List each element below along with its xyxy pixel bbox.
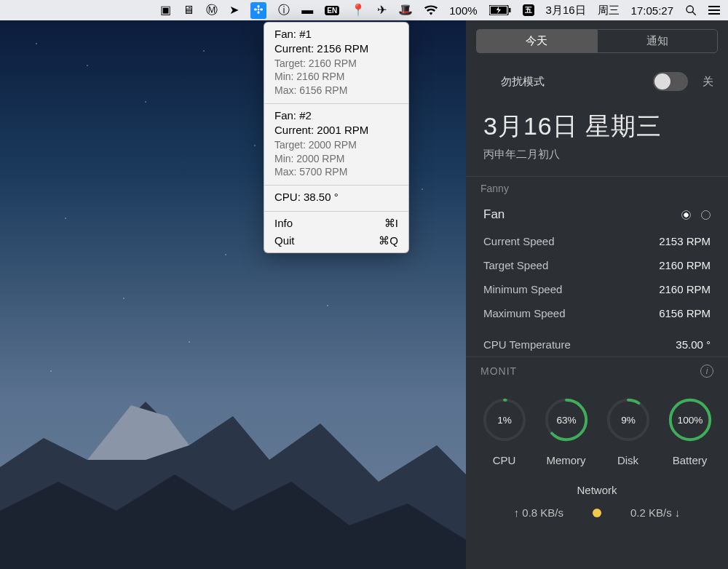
fan-radio-1[interactable] [681,210,691,220]
notification-center: 今天 通知 勿扰模式 关 3月16日 星期三 丙申年二月初八 Fanny Fan… [466,20,728,569]
menubar-notification-center-icon[interactable] [706,0,722,20]
stat-current-value: 2153 RPM [659,235,711,247]
svg-line-5 [692,12,696,15]
svg-point-4 [687,6,693,12]
stat-target: Target Speed 2160 RPM [466,253,728,277]
fanny-widget-title: Fanny [466,176,728,200]
menubar-time[interactable]: 17:05:27 [629,0,676,20]
dnd-row: 勿扰模式 关 [466,60,728,103]
date-main: 3月16日 星期三 [483,110,711,143]
menubar-m-icon[interactable]: Ⓜ [204,0,220,20]
svg-rect-3 [509,8,511,12]
date-widget: 3月16日 星期三 丙申年二月初八 [466,103,728,176]
menubar-telegram-icon[interactable]: ✈ [375,0,389,20]
menu-info-shortcut: ⌘I [384,217,398,230]
dnd-state: 关 [703,75,713,89]
dnd-toggle[interactable] [653,72,688,91]
network-down: 0.2 KB/s ↓ [630,506,680,519]
dial-cpu-label: CPU [480,454,529,466]
dial-cpu[interactable]: 1% CPU [480,395,529,466]
fan-radio-2[interactable] [701,210,711,220]
menubar-input-en[interactable]: EN [323,0,341,20]
dial-disk[interactable]: 9% Disk [604,395,653,466]
fanny-dropdown: Fan: #1 Current: 2156 RPM Target: 2160 R… [264,22,409,253]
dnd-label: 勿扰模式 [501,75,644,89]
network-up: ↑ 0.8 KB/s [514,506,563,519]
fan2-current: Current: 2001 RPM [274,123,398,138]
svg-point-0 [258,8,260,10]
menubar-weekday[interactable]: 周三 [596,0,622,20]
stat-max-label: Maximum Speed [483,307,566,319]
stat-min-value: 2160 RPM [659,283,711,295]
moon-icon [480,75,492,89]
fan-label: Fan [483,207,671,222]
menubar-hat-icon[interactable]: 🎩 [396,0,415,20]
network-title: Network [466,484,728,496]
menubar-info-icon[interactable]: ⓘ [276,0,292,20]
fan1-min: Min: 2160 RPM [274,70,398,84]
fan2-max: Max: 5700 RPM [274,165,398,179]
monit-title: MONIT [480,365,700,377]
stat-min: Minimum Speed 2160 RPM [466,277,728,301]
monit-dials: 1% CPU 63% Memory 9% Disk 100% Battery [466,382,728,469]
fan-header: Fan [466,200,728,229]
menu-info-label: Info [274,217,293,230]
menubar-battery-pct[interactable]: 100% [447,0,479,20]
fan-stats: Current Speed 2153 RPM Target Speed 2160… [466,229,728,357]
fan1-title: Fan: #1 [274,27,398,41]
nc-tabs: 今天 通知 [466,20,728,60]
fan-icon [250,2,266,19]
menubar-icon-generic[interactable]: ▣ [158,0,173,20]
stat-cpu-label: CPU Temperature [483,338,571,351]
dial-disk-label: Disk [604,454,653,466]
stat-current-label: Current Speed [483,235,555,247]
menu-quit-shortcut: ⌘Q [379,234,398,247]
menu-info[interactable]: Info ⌘I [264,215,408,232]
fan2-target: Target: 2000 RPM [274,138,398,152]
menubar-wifi-icon[interactable] [422,0,440,20]
svg-text:63%: 63% [556,415,576,426]
dial-battery-label: Battery [665,454,715,466]
fan1-section: Fan: #1 Current: 2156 RPM Target: 2160 R… [264,23,408,103]
fan2-section: Fan: #2 Current: 2001 RPM Target: 2000 R… [264,104,408,185]
menu-quit[interactable]: Quit ⌘Q [264,232,408,250]
menubar-spotlight-icon[interactable] [683,0,699,20]
network-status-dot [593,509,601,517]
stat-target-label: Target Speed [483,259,548,271]
cpu-temp-section: CPU: 38.50 ° [264,186,408,210]
stat-cpu: CPU Temperature 35.00 ° [466,333,728,357]
date-lunar: 丙申年二月初八 [483,148,711,162]
menubar-fanny-icon[interactable] [248,0,269,20]
menubar-app-icon[interactable]: ▬ [299,0,315,20]
menubar: ▣ 🖥 Ⓜ ➤ ⓘ ▬ EN 📍 ✈ 🎩 100% 五 3月16日 周三 17:… [0,0,728,20]
stat-current: Current Speed 2153 RPM [466,229,728,253]
info-icon[interactable]: i [700,365,713,378]
svg-text:9%: 9% [621,415,636,426]
menubar-battery-icon[interactable] [487,0,513,20]
menubar-display-icon[interactable]: 🖥 [181,0,197,20]
svg-text:1%: 1% [497,415,512,426]
monit-header: MONIT i [466,357,728,382]
menubar-arrow-icon[interactable]: ➤ [227,0,241,20]
stat-max-value: 6156 RPM [659,307,711,319]
menubar-pin-icon[interactable]: 📍 [349,0,368,20]
dial-memory[interactable]: 63% Memory [542,395,591,466]
tab-today[interactable]: 今天 [476,29,597,53]
stat-cpu-value: 35.00 ° [676,338,711,351]
network-widget: Network ↑ 0.8 KB/s 0.2 KB/s ↓ [466,469,728,526]
svg-text:100%: 100% [677,415,703,426]
dial-battery[interactable]: 100% Battery [665,395,715,466]
fan2-title: Fan: #2 [274,108,398,123]
fan1-current: Current: 2156 RPM [274,41,398,56]
menu-quit-label: Quit [274,234,295,247]
fan1-max: Max: 6156 RPM [274,84,398,98]
stat-min-label: Minimum Speed [483,283,562,295]
menubar-ime-icon[interactable]: 五 [521,0,537,20]
dial-memory-label: Memory [542,454,591,466]
menubar-date[interactable]: 3月16日 [544,0,588,20]
tab-notifications[interactable]: 通知 [597,29,719,53]
cpu-temp: CPU: 38.50 ° [274,190,398,204]
stat-max: Maximum Speed 6156 RPM [466,301,728,325]
fan2-min: Min: 2000 RPM [274,152,398,166]
fan1-target: Target: 2160 RPM [274,57,398,71]
